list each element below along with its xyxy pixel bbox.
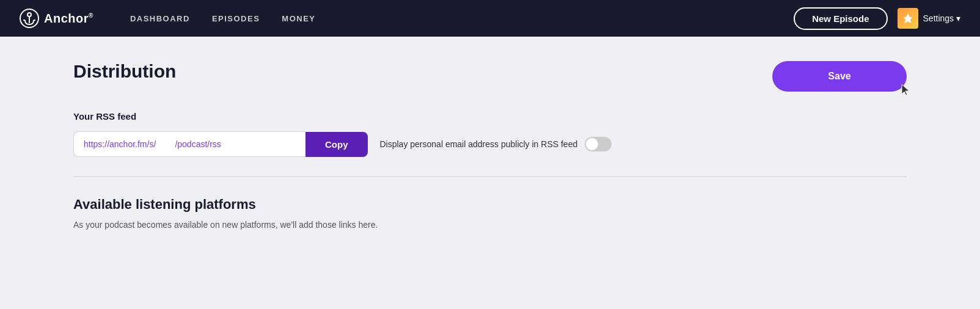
new-episode-button[interactable]: New Episode: [794, 7, 887, 30]
save-button-wrapper: Save: [772, 61, 907, 92]
svg-point-1: [27, 13, 31, 16]
platforms-description: As your podcast becomes available on new…: [73, 220, 907, 230]
navbar: Anchor® DASHBOARD EPISODES MONEY New Epi…: [0, 0, 980, 37]
avatar-icon: [902, 12, 914, 24]
rss-url-input[interactable]: [73, 131, 305, 157]
rss-feed-section: Your RSS feed Copy Display personal emai…: [73, 111, 907, 157]
platforms-section: Available listening platforms As your po…: [73, 197, 907, 230]
avatar: [898, 8, 918, 29]
email-toggle[interactable]: [585, 137, 612, 151]
settings-area[interactable]: Settings ▾: [898, 8, 960, 29]
copy-button[interactable]: Copy: [305, 132, 368, 157]
page-header: Distribution Save: [73, 61, 907, 92]
section-divider: [73, 176, 907, 177]
rss-feed-label: Your RSS feed: [73, 111, 907, 122]
rss-feed-row: Copy Display personal email address publ…: [73, 131, 907, 157]
toggle-knob: [586, 138, 598, 150]
logo-text: Anchor®: [44, 12, 93, 26]
platforms-title: Available listening platforms: [73, 197, 907, 213]
anchor-logo-icon: [20, 9, 39, 28]
main-content: Distribution Save Your RSS feed Copy Dis…: [0, 37, 980, 254]
settings-label[interactable]: Settings ▾: [923, 13, 960, 23]
nav-right: New Episode Settings ▾: [794, 7, 960, 30]
save-button[interactable]: Save: [772, 61, 907, 92]
email-display-label: Display personal email address publicly …: [380, 139, 578, 149]
email-display-row: Display personal email address publicly …: [380, 137, 612, 151]
nav-money[interactable]: MONEY: [282, 14, 315, 23]
nav-dashboard[interactable]: DASHBOARD: [130, 14, 190, 23]
nav-links: DASHBOARD EPISODES MONEY: [130, 14, 769, 23]
nav-episodes[interactable]: EPISODES: [212, 14, 260, 23]
logo: Anchor®: [20, 9, 93, 28]
page-title: Distribution: [73, 61, 176, 82]
